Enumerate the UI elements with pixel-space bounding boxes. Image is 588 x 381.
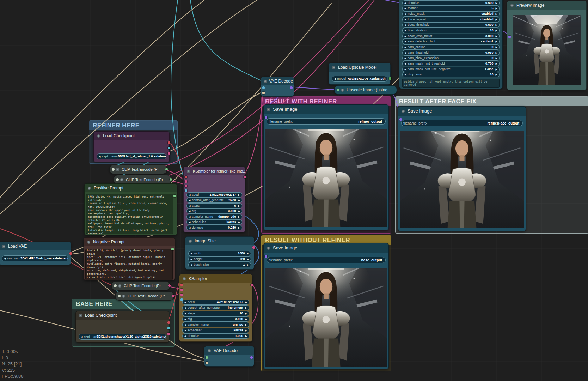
increment-arrow-icon[interactable]: ▶ bbox=[496, 67, 497, 72]
input-slot-samples[interactable] bbox=[206, 356, 208, 359]
widget-bbox-dilation[interactable]: ◀bbox_dilation10▶ bbox=[402, 28, 500, 33]
output-slot-conditioning[interactable] bbox=[172, 295, 174, 297]
decrement-arrow-icon[interactable]: ◀ bbox=[404, 72, 406, 77]
input-slot-collapsed[interactable] bbox=[116, 178, 119, 181]
collapse-dot-icon[interactable] bbox=[116, 168, 119, 171]
increment-arrow-icon[interactable]: ▶ bbox=[496, 28, 497, 33]
negative-prompt-node[interactable]: Negative Prompt hands:1.3), mutated, (po… bbox=[84, 237, 175, 280]
decrement-arrow-icon[interactable]: ◀ bbox=[189, 220, 190, 224]
wildcard-textarea[interactable]: wildcard spec: if kept empty, this optio… bbox=[402, 79, 500, 88]
save-image-base-node[interactable]: Save Image filename_prefixbase_output bbox=[263, 243, 389, 369]
increment-arrow-icon[interactable]: ▶ bbox=[247, 262, 249, 267]
output-slot-conditioning[interactable] bbox=[165, 168, 168, 170]
widget-sam-mask-hint-use-negative[interactable]: ◀sam_mask_hint_use_negativeFalse▶ bbox=[402, 67, 500, 72]
decrement-arrow-icon[interactable]: ◀ bbox=[404, 39, 406, 44]
widget-force-inpaint[interactable]: ◀force_inpaintdisabled▶ bbox=[402, 17, 500, 22]
increment-arrow-icon[interactable]: ▶ bbox=[238, 214, 240, 219]
input-slot-positive[interactable] bbox=[180, 289, 183, 291]
save-image-refiner-node[interactable]: Save Image filename_prefixrefiner_output bbox=[263, 104, 389, 230]
decrement-arrow-icon[interactable]: ◀ bbox=[190, 251, 192, 256]
widget-batch-size[interactable]: ◀batch_size1▶ bbox=[188, 262, 251, 267]
collapse-dot-icon[interactable] bbox=[189, 240, 192, 243]
increment-arrow-icon[interactable]: ▶ bbox=[238, 198, 240, 202]
decrement-arrow-icon[interactable]: ◀ bbox=[189, 198, 190, 202]
widget-filename-prefix[interactable]: filename_prefixrefiner_output bbox=[267, 118, 386, 125]
collapse-dot-icon[interactable] bbox=[97, 134, 100, 138]
increment-arrow-icon[interactable]: ▶ bbox=[245, 322, 247, 327]
widget-denoise[interactable]: ◀denoise0.500▶ bbox=[402, 0, 500, 6]
widget-filename-prefix[interactable]: filename_prefixbase_output bbox=[267, 257, 386, 263]
decrement-arrow-icon[interactable]: ◀ bbox=[189, 209, 190, 213]
increment-arrow-icon[interactable]: ▶ bbox=[238, 209, 240, 213]
output-slot-vae[interactable] bbox=[167, 333, 170, 335]
widget-denoise[interactable]: ◀denoise1.000▶ bbox=[182, 333, 249, 339]
collapse-dot-icon[interactable] bbox=[2, 245, 5, 248]
output-slot-upscale-model[interactable] bbox=[389, 77, 391, 80]
output-slot-conditioning[interactable] bbox=[170, 178, 172, 181]
collapse-dot-icon[interactable] bbox=[332, 66, 335, 69]
increment-arrow-icon[interactable]: ▶ bbox=[496, 34, 497, 38]
decrement-arrow-icon[interactable]: ◀ bbox=[190, 257, 192, 261]
increment-arrow-icon[interactable]: ▶ bbox=[238, 193, 240, 197]
decrement-arrow-icon[interactable]: ◀ bbox=[184, 317, 186, 321]
increment-arrow-icon[interactable]: ▶ bbox=[496, 45, 497, 49]
upscale-image-node[interactable]: Upscale Image (using bbox=[334, 85, 397, 95]
decrement-arrow-icon[interactable]: ◀ bbox=[184, 328, 186, 333]
increment-arrow-icon[interactable]: ▶ bbox=[245, 317, 247, 321]
widget-drop-size[interactable]: ◀drop_size10▶ bbox=[402, 72, 500, 77]
collapse-dot-icon[interactable] bbox=[267, 108, 270, 111]
collapse-dot-icon[interactable] bbox=[183, 277, 186, 280]
decrement-arrow-icon[interactable]: ◀ bbox=[189, 214, 190, 219]
input-slot-positive[interactable] bbox=[185, 180, 187, 183]
input-slot-collapsed[interactable] bbox=[337, 89, 339, 91]
widget-scheduler[interactable]: ◀schedulerkarras▶ bbox=[186, 219, 242, 225]
collapse-dot-icon[interactable] bbox=[267, 247, 270, 250]
increment-arrow-icon[interactable]: ▶ bbox=[496, 6, 497, 11]
increment-arrow-icon[interactable]: ▶ bbox=[245, 300, 247, 304]
input-slot-negative[interactable] bbox=[180, 294, 183, 296]
widget-steps[interactable]: ◀steps10▶ bbox=[182, 311, 249, 316]
widget-sam-detection-hint[interactable]: ◀sam_detection_hintcenter-1▶ bbox=[402, 39, 500, 44]
increment-arrow-icon[interactable]: ▶ bbox=[245, 328, 247, 333]
output-slot-model[interactable] bbox=[168, 141, 170, 144]
output-slot-latent[interactable] bbox=[251, 284, 253, 286]
input-slot-collapsed[interactable] bbox=[112, 168, 115, 171]
decrement-arrow-icon[interactable]: ◀ bbox=[404, 56, 406, 60]
input-slot-latent-image[interactable] bbox=[180, 298, 183, 301]
increment-arrow-icon[interactable]: ▶ bbox=[496, 17, 497, 22]
widget-width[interactable]: ◀width1080▶ bbox=[188, 251, 251, 256]
decrement-arrow-icon[interactable]: ◀ bbox=[190, 262, 192, 267]
decrement-arrow-icon[interactable]: ◀ bbox=[184, 311, 186, 316]
decrement-arrow-icon[interactable]: ◀ bbox=[189, 204, 190, 208]
output-slot-image[interactable] bbox=[290, 86, 293, 89]
widget-filename-prefix[interactable]: filename_prefixrefinerFace_output bbox=[401, 120, 523, 126]
output-slot-latent[interactable] bbox=[244, 176, 246, 178]
decrement-arrow-icon[interactable]: ◀ bbox=[404, 67, 406, 72]
output-slot-dimensions[interactable] bbox=[252, 246, 255, 249]
decrement-arrow-icon[interactable]: ◀ bbox=[404, 61, 406, 66]
increment-arrow-icon[interactable]: ▶ bbox=[496, 1, 497, 5]
collapse-dot-icon[interactable] bbox=[341, 89, 344, 92]
preview-image-node[interactable]: Preview Image bbox=[507, 1, 587, 90]
widget-feather[interactable]: ◀feather5▶ bbox=[402, 6, 500, 11]
input-slot-images[interactable] bbox=[399, 118, 402, 121]
increment-arrow-icon[interactable]: ▶ bbox=[496, 23, 497, 27]
clip-text-encode-node-1[interactable]: CLIP Text Encode (Pr bbox=[109, 165, 167, 174]
input-slot-collapsed[interactable] bbox=[114, 284, 117, 287]
widget-ckpt-name[interactable]: ◀ckpt_narSDXL\dreamshaperXL10_alpha2Xl10… bbox=[79, 334, 166, 340]
widget-sampler-name[interactable]: ◀sampler_namedpmpp_sde▶ bbox=[186, 214, 242, 219]
input-slot-images[interactable] bbox=[265, 116, 267, 119]
image-size-node[interactable]: Image Size ◀width1080▶ ◀height720▶ ◀batc… bbox=[185, 236, 254, 270]
widget-model-name[interactable]: ◀model_RealESRGAN_x2plus.pth▶ bbox=[332, 76, 387, 82]
load-vae-node[interactable]: Load VAE ◀vae_namSDXL-FP16\sdxl_vae.safe… bbox=[0, 242, 71, 265]
input-slot-images[interactable] bbox=[265, 255, 267, 258]
widget-bbox-crop-factor[interactable]: ◀bbox_crop_factor3.000▶ bbox=[402, 34, 500, 39]
vae-decode-bottom-node[interactable]: VAE Decode bbox=[204, 346, 254, 367]
node-graph-canvas[interactable]: REFINER HERE BASE HERE RESULT WITH REFIN… bbox=[0, 0, 588, 381]
decrement-arrow-icon[interactable]: ◀ bbox=[189, 225, 190, 230]
increment-arrow-icon[interactable]: ▶ bbox=[245, 311, 247, 316]
input-slot-vae[interactable] bbox=[206, 362, 208, 364]
input-slot-model[interactable] bbox=[185, 176, 187, 178]
input-slot-vae[interactable] bbox=[262, 92, 265, 94]
collapse-dot-icon[interactable] bbox=[79, 314, 82, 317]
